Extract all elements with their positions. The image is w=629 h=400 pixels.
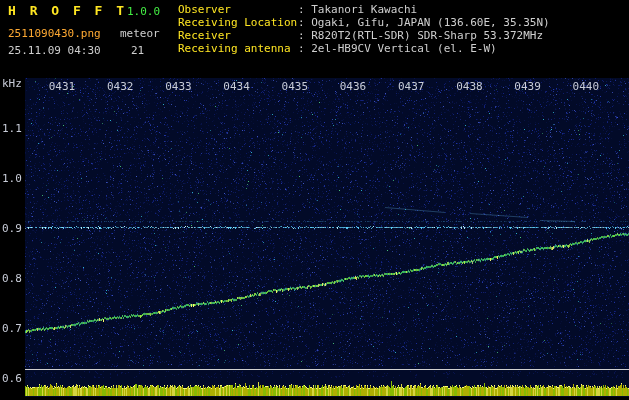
hrofft-output: H R O F F T 1.0.0 2511090430.png meteor … — [0, 0, 629, 400]
y-tick-0.8: 0.8 — [2, 272, 22, 285]
x-tick-0440: 0440 — [573, 80, 600, 93]
info-row-receiver: Receiver: R820T2(RTL-SDR) SDR-Sharp 53.3… — [178, 30, 543, 42]
x-tick-0438: 0438 — [456, 80, 483, 93]
info-value-antenna: : 2el-HB9CV Vertical (el. E-W) — [298, 42, 497, 55]
datetime-label: 25.11.09 04:30 — [8, 44, 101, 57]
info-label-location: Receiving Location — [178, 17, 298, 29]
x-tick-0431: 0431 — [49, 80, 76, 93]
x-tick-0432: 0432 — [107, 80, 134, 93]
x-tick-0439: 0439 — [514, 80, 541, 93]
info-value-receiver: : R820T2(RTL-SDR) SDR-Sharp 53.372MHz — [298, 29, 543, 42]
x-tick-0435: 0435 — [282, 80, 309, 93]
info-label-receiver: Receiver — [178, 30, 298, 42]
app-version: 1.0.0 — [127, 5, 160, 18]
y-tick-1.1: 1.1 — [2, 122, 22, 135]
y-tick-0.6: 0.6 — [2, 372, 22, 385]
info-row-location: Receiving Location: Ogaki, Gifu, JAPAN (… — [178, 17, 550, 29]
info-row-observer: Observer: Takanori Kawachi — [178, 4, 417, 16]
meteor-count: 21 — [131, 44, 144, 57]
x-tick-0437: 0437 — [398, 80, 425, 93]
meteor-label: meteor — [120, 27, 160, 40]
x-tick-0436: 0436 — [340, 80, 367, 93]
spectrogram-canvas — [0, 0, 629, 400]
info-label-observer: Observer — [178, 4, 298, 16]
filename-label: 2511090430.png — [8, 27, 101, 40]
info-row-antenna: Receiving antenna: 2el-HB9CV Vertical (e… — [178, 43, 497, 55]
y-axis-unit: kHz — [2, 77, 22, 90]
info-value-location: : Ogaki, Gifu, JAPAN (136.60E, 35.35N) — [298, 16, 550, 29]
y-tick-0.7: 0.7 — [2, 322, 22, 335]
info-label-antenna: Receiving antenna — [178, 43, 298, 55]
info-value-observer: : Takanori Kawachi — [298, 3, 417, 16]
x-tick-0434: 0434 — [223, 80, 250, 93]
y-tick-0.9: 0.9 — [2, 222, 22, 235]
app-title: H R O F F T — [8, 3, 127, 18]
x-tick-0433: 0433 — [165, 80, 192, 93]
y-tick-1.0: 1.0 — [2, 172, 22, 185]
